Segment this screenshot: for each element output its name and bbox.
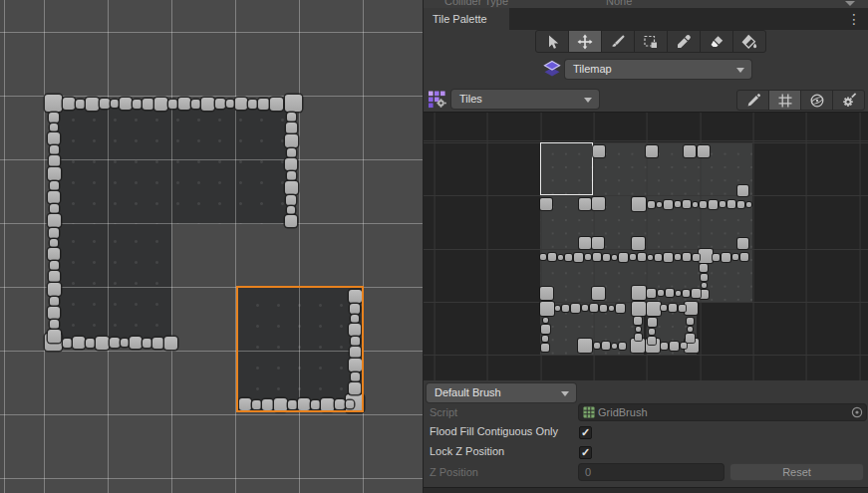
tile-sprite <box>50 261 59 270</box>
tile-sprite <box>602 342 610 350</box>
tile-sprite <box>285 95 302 112</box>
tile-sprite <box>648 255 653 260</box>
tool-select-button[interactable] <box>536 31 569 52</box>
tile-sprite <box>669 304 677 312</box>
brush-dropdown[interactable]: Default Brush <box>427 383 576 402</box>
tile-sprite <box>582 305 588 311</box>
panel-bottom-divider <box>424 487 868 493</box>
tile-sprite <box>713 254 720 261</box>
tile-sprite <box>630 254 636 260</box>
tile-sprite <box>285 215 297 227</box>
active-tilemap-dropdown[interactable]: Tilemap <box>565 60 751 79</box>
tile-sprite <box>631 339 645 353</box>
flood-fill-label: Flood Fill Contiguous Only <box>430 425 558 437</box>
tile-sprite <box>612 255 617 260</box>
tile-sprite <box>286 195 296 205</box>
tile-sprite <box>86 98 99 111</box>
tile-sprite <box>48 214 61 227</box>
tile-sprite <box>616 304 625 313</box>
tile-sprite <box>740 253 748 261</box>
tile-sprite <box>287 171 296 180</box>
tile-sprite <box>542 336 548 342</box>
z-position-field[interactable]: 0 <box>579 464 723 480</box>
tile-sprite <box>562 305 569 312</box>
pencil-icon <box>745 93 761 109</box>
tile-palette-toolbar <box>535 30 766 53</box>
tile-sprite <box>688 327 693 332</box>
tile-sprite <box>648 337 656 345</box>
tool-flood-fill-button[interactable] <box>733 31 765 52</box>
z-position-value: 0 <box>585 466 591 478</box>
tile-sprite <box>100 99 110 109</box>
kebab-menu-icon[interactable] <box>847 10 861 28</box>
tool-box-fill-button[interactable] <box>635 31 668 52</box>
tool-erase-button[interactable] <box>701 31 733 52</box>
flood-fill-checkbox[interactable] <box>579 426 592 439</box>
palette-grid-area[interactable] <box>424 112 868 380</box>
object-picker-icon[interactable] <box>851 406 863 422</box>
tile-sprite <box>670 342 679 351</box>
tool-gizmos-button[interactable] <box>801 91 833 110</box>
tile-sprite <box>737 238 748 249</box>
eyedropper-icon <box>676 34 692 50</box>
tilemap-icon <box>543 60 561 78</box>
reset-button[interactable]: Reset <box>730 464 863 480</box>
tile-sprite <box>48 307 60 319</box>
tile-sprite <box>698 145 710 157</box>
tool-move-button[interactable] <box>569 31 602 52</box>
tile-sprite <box>76 100 85 109</box>
tile-sprite <box>579 198 591 210</box>
tile-sprite <box>693 202 698 207</box>
move-icon <box>577 34 593 50</box>
eraser-icon <box>709 34 724 50</box>
tile-sprite <box>235 98 247 110</box>
tile-sprite <box>270 98 283 111</box>
tile-sprite <box>574 253 583 262</box>
tile-sprite <box>676 291 681 296</box>
tile-sprite <box>111 100 119 108</box>
tile-sprite <box>285 158 297 170</box>
tile-sprite <box>593 145 605 157</box>
bucket-icon <box>741 34 757 50</box>
palette-dropdown[interactable]: Tiles <box>451 90 599 109</box>
tile-sprite <box>693 254 700 261</box>
tile-sprite <box>732 254 738 260</box>
tile-sprite <box>49 271 60 282</box>
tile-sprite <box>579 237 591 249</box>
tile-sprite <box>666 289 674 297</box>
selected-tile-cell[interactable] <box>540 142 593 195</box>
tile-sprite <box>201 98 214 111</box>
tilemap-fill <box>54 224 171 345</box>
tile-palette-panel: Collider Type None Tile Palette Tilemap … <box>423 0 868 493</box>
cursor-icon <box>544 34 560 50</box>
gridbrush-script-icon <box>583 406 595 422</box>
tool-settings-button[interactable] <box>833 91 864 110</box>
tile-sprite <box>540 302 554 316</box>
lock-z-checkbox[interactable] <box>579 446 592 459</box>
tool-pick-button[interactable] <box>668 31 701 52</box>
tile-sprite <box>664 253 673 262</box>
tile-sprite <box>746 202 751 207</box>
tile-sprite <box>258 99 269 110</box>
tile-sprite <box>285 134 298 147</box>
tile-sprite <box>658 290 664 296</box>
tile-sprite <box>661 305 667 311</box>
tile-sprite <box>635 334 642 341</box>
tile-sprite <box>619 253 628 262</box>
tool-paint-button[interactable] <box>602 31 635 52</box>
tool-edit-button[interactable] <box>737 91 769 110</box>
tab-tile-palette[interactable]: Tile Palette <box>424 8 509 30</box>
tile-sprite <box>48 167 61 180</box>
tile-sprite <box>63 339 72 348</box>
tile-sprite <box>49 113 59 123</box>
scene-view[interactable] <box>0 0 423 493</box>
tile-sprite <box>592 237 604 249</box>
sphere-icon <box>809 93 825 109</box>
tile-sprite <box>540 254 546 260</box>
tile-sprite <box>555 306 560 311</box>
tool-grid-button[interactable] <box>769 91 801 110</box>
chevron-down-icon <box>736 68 744 77</box>
tile-sprite <box>632 197 646 211</box>
tile-sprite <box>152 338 163 349</box>
tile-sprite <box>49 155 60 166</box>
